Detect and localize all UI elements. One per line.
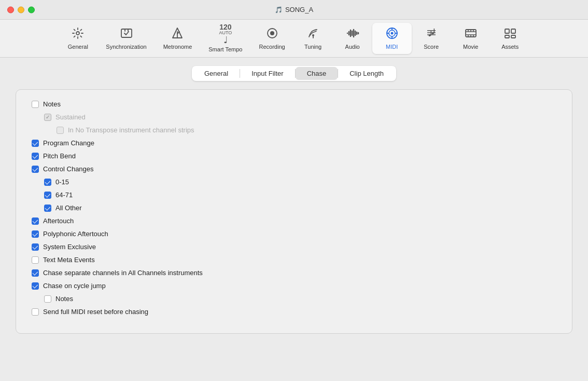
titlebar: 🎵 SONG_A <box>0 0 588 20</box>
control-changes-checkbox[interactable] <box>32 166 39 173</box>
tuning-icon <box>306 26 320 42</box>
program-change-checkbox[interactable] <box>32 140 39 147</box>
notes-row: Notes <box>32 100 556 108</box>
audio-icon <box>346 26 359 42</box>
text-meta-events-label: Text Meta Events <box>43 256 95 264</box>
polyphonic-aftertouch-checkbox[interactable] <box>32 230 39 238</box>
toolbar-label-tuning: Tuning <box>304 44 321 50</box>
svg-rect-1 <box>121 29 132 37</box>
pitch-bend-row: Pitch Bend <box>32 152 556 160</box>
toolbar-item-synchronization[interactable]: Synchronization <box>97 23 155 54</box>
toolbar-item-smart-tempo[interactable]: 120 AUTO ♩ Smart Tempo <box>200 23 250 54</box>
chase-on-cycle-jump-label: Chase on cycle jump <box>43 282 106 290</box>
content-area: General Input Filter Chase Clip Length N… <box>0 58 588 381</box>
polyphonic-aftertouch-label: Polyphonic Aftertouch <box>43 230 108 238</box>
toolbar-label-recording: Recording <box>259 44 285 50</box>
pitch-bend-label: Pitch Bend <box>43 152 76 160</box>
control-0-15-label: 0-15 <box>55 178 69 186</box>
toolbar-item-assets[interactable]: Assets <box>491 23 530 54</box>
toolbar-item-midi[interactable]: MIDI <box>372 23 412 54</box>
svg-point-19 <box>390 32 393 34</box>
aftertouch-checkbox[interactable] <box>32 217 39 225</box>
control-0-15-row: 0-15 <box>44 178 556 186</box>
chase-on-cycle-jump-checkbox[interactable] <box>32 282 39 290</box>
assets-icon <box>503 26 517 42</box>
toolbar-label-assets: Assets <box>501 44 519 50</box>
svg-point-8 <box>312 34 314 36</box>
pitch-bend-checkbox[interactable] <box>32 153 39 160</box>
smart-tempo-icon: 120 AUTO ♩ <box>219 23 232 45</box>
sustained-row: Sustained <box>44 113 556 121</box>
toolbar-label-general: General <box>68 44 88 50</box>
toolbar-label-score: Score <box>424 44 439 50</box>
close-button[interactable] <box>7 6 14 13</box>
metronome-icon <box>171 26 184 42</box>
toolbar-label-audio: Audio <box>345 44 360 50</box>
title-text: SONG_A <box>285 6 313 13</box>
sustained-checkbox[interactable] <box>44 114 51 121</box>
notes-sub-label: Notes <box>55 295 73 303</box>
text-meta-events-row: Text Meta Events <box>32 256 556 264</box>
control-changes-row: Control Changes <box>32 165 556 173</box>
tab-chase[interactable]: Chase <box>296 67 338 80</box>
chase-on-cycle-jump-row: Chase on cycle jump <box>32 282 556 290</box>
toolbar-item-score[interactable]: Score <box>412 23 451 54</box>
toolbar-item-audio[interactable]: Audio <box>333 23 372 54</box>
send-full-midi-reset-row: Send full MIDI reset before chasing <box>32 308 556 316</box>
toolbar-item-metronome[interactable]: Metronome <box>155 23 201 54</box>
chase-separate-channels-checkbox[interactable] <box>32 269 39 277</box>
notes-checkbox[interactable] <box>32 101 39 108</box>
window-title: 🎵 SONG_A <box>275 6 313 13</box>
document-icon: 🎵 <box>275 6 283 13</box>
notes-sub-checkbox[interactable] <box>44 295 51 303</box>
toolbar-label-synchronization: Synchronization <box>106 44 146 50</box>
toolbar-item-tuning[interactable]: Tuning <box>293 23 333 54</box>
toolbar-item-movie[interactable]: Movie <box>451 23 491 54</box>
toolbar-label-smart-tempo: Smart Tempo <box>208 46 242 53</box>
synchronization-icon <box>120 26 133 42</box>
text-meta-events-checkbox[interactable] <box>32 256 39 264</box>
recording-icon <box>265 26 279 42</box>
send-full-midi-reset-label: Send full MIDI reset before chasing <box>43 308 148 316</box>
general-icon <box>71 26 85 42</box>
svg-rect-40 <box>505 29 509 33</box>
toolbar-item-general[interactable]: General <box>58 23 97 54</box>
toolbar-item-recording[interactable]: Recording <box>251 23 293 54</box>
all-other-checkbox[interactable] <box>44 205 51 212</box>
svg-rect-42 <box>505 35 509 38</box>
chase-panel: Notes Sustained In No Transpose instrume… <box>16 89 572 334</box>
system-exclusive-checkbox[interactable] <box>32 243 39 251</box>
tab-clip-length[interactable]: Clip Length <box>338 67 395 80</box>
movie-icon <box>464 26 478 42</box>
tab-input-filter[interactable]: Input Filter <box>240 67 295 80</box>
in-no-transpose-checkbox[interactable] <box>57 127 64 134</box>
control-64-71-checkbox[interactable] <box>44 192 51 199</box>
polyphonic-aftertouch-row: Polyphonic Aftertouch <box>32 230 556 238</box>
in-no-transpose-label: In No Transpose instrument channel strip… <box>68 126 194 134</box>
tab-general[interactable]: General <box>193 67 240 80</box>
notes-sub-row: Notes <box>44 295 556 303</box>
chase-separate-channels-row: Chase separate channels in All Channels … <box>32 269 556 277</box>
svg-point-0 <box>76 32 79 35</box>
toolbar: General Synchronization Metronome 120 AU… <box>0 20 588 58</box>
system-exclusive-row: System Exclusive <box>32 243 556 251</box>
score-icon <box>425 26 438 42</box>
aftertouch-label: Aftertouch <box>43 217 74 225</box>
sustained-label: Sustained <box>55 113 86 121</box>
svg-rect-43 <box>511 35 515 38</box>
control-0-15-checkbox[interactable] <box>44 179 51 186</box>
notes-label: Notes <box>43 100 61 108</box>
toolbar-label-midi: MIDI <box>386 44 398 50</box>
minimize-button[interactable] <box>18 6 24 13</box>
program-change-label: Program Change <box>43 139 94 147</box>
all-other-label: All Other <box>55 204 82 212</box>
maximize-button[interactable] <box>28 6 35 13</box>
midi-icon <box>385 26 399 42</box>
system-exclusive-label: System Exclusive <box>43 243 96 251</box>
send-full-midi-reset-checkbox[interactable] <box>32 308 39 316</box>
in-no-transpose-row: In No Transpose instrument channel strip… <box>57 126 556 134</box>
toolbar-label-metronome: Metronome <box>163 44 192 50</box>
traffic-lights <box>7 6 35 13</box>
tab-bar: General Input Filter Chase Clip Length <box>192 66 396 81</box>
aftertouch-row: Aftertouch <box>32 217 556 225</box>
